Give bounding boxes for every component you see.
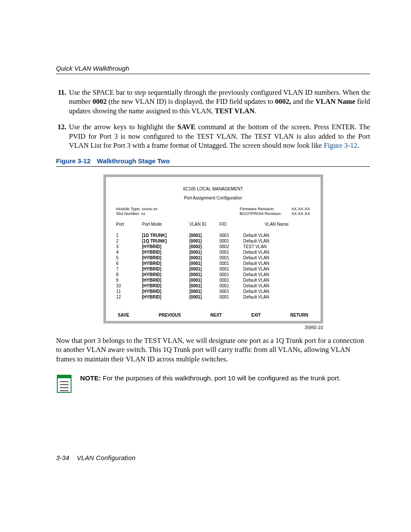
table-row: 8[HYBRID][0001]0001Default VLAN xyxy=(116,272,310,277)
cell-vlan-name: Default VLAN xyxy=(243,294,310,300)
bold: TEST VLAN xyxy=(215,107,254,115)
menu-save[interactable]: SAVE xyxy=(118,313,130,317)
table-row: 7[HYBRID][0001]0001Default VLAN xyxy=(116,266,310,272)
cell-fid: 0001 xyxy=(220,266,243,272)
cell-fid: 0001 xyxy=(220,255,243,261)
table-row: 1[1D TRUNK][0001]0001Default VLAN xyxy=(116,233,310,238)
cell-port: 4 xyxy=(116,249,142,255)
note-icon xyxy=(56,374,73,394)
cell-vlan-id: [0001] xyxy=(190,261,220,266)
cell-vlan-name: Default VLAN xyxy=(243,238,310,244)
table-row: 3[HYBRID][0002]0002TEST VLAN xyxy=(116,244,310,249)
cell-port: 8 xyxy=(116,272,142,277)
cell-port: 12 xyxy=(116,294,142,300)
slot-number: Slot Number: xx xyxy=(116,211,158,216)
figure-link[interactable]: Figure 3-12 xyxy=(324,141,357,149)
cell-vlan-name: Default VLAN xyxy=(243,277,310,283)
cell-vlan-name: Default VLAN xyxy=(243,233,310,238)
screen-menu: SAVE PREVIOUS NEXT EXIT RETURN xyxy=(116,313,310,317)
bold: SAVE xyxy=(177,123,196,131)
table-row: 5[HYBRID][0001]0001Default VLAN xyxy=(116,255,310,261)
cell-vlan-id: [0001] xyxy=(190,283,220,289)
cell-port: 5 xyxy=(116,255,142,261)
step-number: 12. xyxy=(56,122,66,150)
cell-port: 6 xyxy=(116,261,142,266)
step-list: 11. Use the SPACE bar to step sequential… xyxy=(56,88,370,150)
cell-port-mode: [HYBRID] xyxy=(142,261,190,266)
cell-fid: 0001 xyxy=(220,233,243,238)
cell-vlan-id: [0001] xyxy=(190,272,220,277)
cell-port-mode: [HYBRID] xyxy=(142,283,190,289)
figure-id: 25992-10 xyxy=(103,325,323,330)
cell-vlan-name: Default VLAN xyxy=(243,283,310,289)
cell-vlan-name: Default VLAN xyxy=(243,249,310,255)
cell-port-mode: [HYBRID] xyxy=(142,255,190,261)
screen-title: 6C105 LOCAL MANAGEMENT xyxy=(116,187,310,191)
cell-vlan-id: [0001] xyxy=(190,249,220,255)
table-row: 10[HYBRID][0001]0001Default VLAN xyxy=(116,283,310,289)
body-paragraph: Now that port 3 belongs to the TEST VLAN… xyxy=(56,336,370,364)
col-fid: FID xyxy=(220,222,243,227)
menu-previous[interactable]: PREVIOUS xyxy=(159,313,181,317)
page-number: 3-34 xyxy=(56,454,69,461)
cell-vlan-name: Default VLAN xyxy=(243,261,310,266)
text: Use the arrow keys to highlight the xyxy=(69,123,177,131)
table-header: Port Port Mode VLAN ID FID VLAN Name xyxy=(116,222,310,227)
cell-fid: 0001 xyxy=(220,261,243,266)
menu-exit[interactable]: EXIT xyxy=(251,313,261,317)
text: . xyxy=(255,107,256,115)
screen-subtitle: Port Assignment Configuration xyxy=(116,196,310,200)
cell-vlan-id: [0001] xyxy=(190,277,220,283)
note-text: NOTE: For the purposes of this walkthrou… xyxy=(80,374,341,383)
cell-vlan-name: Default VLAN xyxy=(243,266,310,272)
table-row: 11[HYBRID][0001]0001Default VLAN xyxy=(116,289,310,294)
table-row: 4[HYBRID][0001]0001Default VLAN xyxy=(116,249,310,255)
page-footer: 3-34 VLAN Configuration xyxy=(56,454,370,461)
note-block: NOTE: For the purposes of this walkthrou… xyxy=(56,374,370,394)
module-type: Module Type: xxxxx-xx xyxy=(116,206,158,211)
cell-port: 1 xyxy=(116,233,142,238)
table-row: 2[1Q TRUNK][0001]0001Default VLAN xyxy=(116,238,310,244)
col-port: Port xyxy=(116,222,142,227)
cell-vlan-id: [0001] xyxy=(190,289,220,294)
text: . xyxy=(357,141,359,149)
cell-port-mode: [1Q TRUNK] xyxy=(142,238,190,244)
note-body: For the purposes of this walkthrough, po… xyxy=(101,374,341,382)
cell-port: 2 xyxy=(116,238,142,244)
cell-port-mode: [HYBRID] xyxy=(142,272,190,277)
cell-port-mode: [HYBRID] xyxy=(142,294,190,300)
cell-vlan-name: Default VLAN xyxy=(243,272,310,277)
figure-caption: Figure 3-12 Walkthrough Stage Two xyxy=(56,157,370,167)
cell-fid: 0001 xyxy=(220,238,243,244)
terminal-screen: 6C105 LOCAL MANAGEMENT Port Assignment C… xyxy=(103,174,323,324)
footer-title: VLAN Configuration xyxy=(77,454,135,461)
bold: VLAN Name xyxy=(315,97,355,106)
cell-vlan-name: TEST VLAN xyxy=(243,244,310,249)
svg-rect-1 xyxy=(57,375,71,378)
table-row: 6[HYBRID][0001]0001Default VLAN xyxy=(116,261,310,266)
bold: 0002, xyxy=(275,97,291,106)
cell-vlan-id: [0001] xyxy=(190,294,220,300)
step-body: Use the arrow keys to highlight the SAVE… xyxy=(69,122,370,150)
cell-port: 10 xyxy=(116,283,142,289)
note-label: NOTE: xyxy=(80,374,101,382)
cell-fid: 0001 xyxy=(220,289,243,294)
col-vlan-id: VLAN ID xyxy=(190,222,220,227)
cell-port: 9 xyxy=(116,277,142,283)
menu-return[interactable]: RETURN xyxy=(290,313,308,317)
cell-port-mode: [HYBRID] xyxy=(142,277,190,283)
firmware-revision: Firmware Revision:XX.XX.XX xyxy=(240,206,310,211)
col-port-mode: Port Mode xyxy=(142,222,190,227)
menu-next[interactable]: NEXT xyxy=(210,313,222,317)
cell-vlan-id: [0001] xyxy=(190,255,220,261)
cell-vlan-id: [0002] xyxy=(190,244,220,249)
cell-vlan-id: [0001] xyxy=(190,266,220,272)
table-row: 12[HYBRID][0001]0001Default VLAN xyxy=(116,294,310,300)
cell-port-mode: [1D TRUNK] xyxy=(142,233,190,238)
cell-vlan-id: [0001] xyxy=(190,233,220,238)
step-11: 11. Use the SPACE bar to step sequential… xyxy=(56,88,370,115)
table-row: 9[HYBRID][0001]0001Default VLAN xyxy=(116,277,310,283)
col-vlan-name: VLAN Name xyxy=(243,222,310,227)
step-body: Use the SPACE bar to step sequentially t… xyxy=(69,88,370,115)
cell-fid: 0001 xyxy=(220,272,243,277)
